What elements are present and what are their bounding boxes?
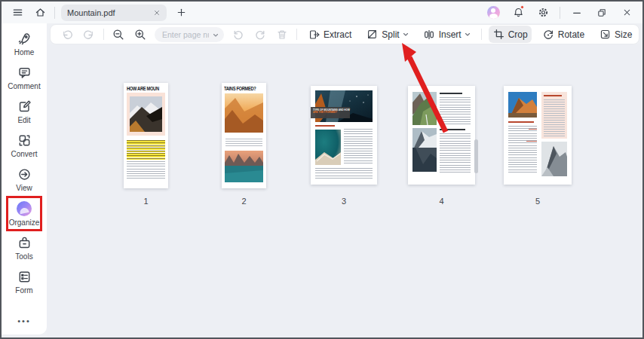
window-controls-divider (560, 7, 560, 19)
zoom-out-button[interactable] (111, 27, 126, 42)
page-1-preview: HOW ARE MOUN (124, 83, 168, 188)
hamburger-menu-button[interactable] (9, 5, 26, 21)
rotate-label: Rotate (558, 29, 584, 40)
sidebar-item-form[interactable]: Form (5, 265, 44, 298)
toolbar-divider (296, 29, 297, 40)
sidebar-item-label: Organize (9, 218, 40, 227)
notification-badge (520, 5, 524, 9)
sidebar-item-organize[interactable]: Organize (5, 197, 44, 231)
pdf-editor-app: Mountain.pdf Home Comment (2, 2, 642, 337)
settings-button[interactable] (535, 5, 551, 21)
sidebar: Home Comment Edit Convert View Organize … (2, 23, 47, 334)
sidebar-item-tools[interactable]: Tools (5, 231, 44, 264)
text-lines (127, 161, 165, 179)
page-3-preview: TYPE OF MOUNTAINS AND HOW ARE THEY FORME… (311, 86, 377, 185)
zoom-in-button[interactable] (133, 27, 148, 42)
crop-label: Crop (508, 29, 528, 40)
form-icon (17, 270, 32, 284)
page-thumbnail-5[interactable]: 5 (504, 86, 572, 206)
split-icon (366, 28, 379, 41)
page-number-label: 3 (311, 197, 377, 206)
toolbar-divider (103, 29, 104, 40)
account-avatar[interactable] (485, 5, 501, 21)
size-button[interactable]: Size (595, 26, 636, 43)
scrollbar-thumb[interactable] (474, 139, 478, 173)
rotate-right-button[interactable] (253, 27, 268, 42)
insert-button[interactable]: Insert (419, 26, 474, 43)
red-highlight-fragment (529, 129, 537, 130)
sidebar-item-edit[interactable]: Edit (5, 95, 44, 128)
organize-gradient-icon (17, 201, 32, 216)
page-number-field (155, 27, 224, 42)
tab-close-icon[interactable] (153, 9, 161, 17)
document-tab[interactable]: Mountain.pdf (61, 5, 167, 21)
toolbar: Extract Split Insert Crop Rotate Size ••… (50, 24, 639, 44)
redo-button[interactable] (81, 27, 97, 42)
undo-button[interactable] (60, 27, 75, 42)
page-thumbnail-3[interactable]: TYPE OF MOUNTAINS AND HOW ARE THEY FORME… (311, 86, 377, 206)
page-3-overlay-title: TYPE OF MOUNTAINS AND HOW ARE THEY FORME… (311, 107, 350, 118)
sidebar-more-button[interactable]: ••• (17, 316, 31, 325)
text-lines (344, 129, 373, 163)
comment-icon (17, 66, 32, 80)
split-button[interactable]: Split (362, 26, 412, 43)
extract-button[interactable]: Extract (304, 26, 355, 43)
insert-label: Insert (439, 29, 462, 40)
page-number-label: 4 (408, 197, 475, 206)
text-lines (508, 126, 537, 173)
page-5-preview (504, 86, 572, 185)
notifications-button[interactable] (510, 5, 526, 21)
page-2-heading: TAINS FORMED? (224, 86, 256, 91)
page-thumbnail-1[interactable]: HOW ARE MOUN 1 (124, 83, 168, 206)
snow-mountain-lake-photo (412, 128, 437, 172)
avatar (487, 6, 500, 19)
chevron-down-icon[interactable] (213, 32, 219, 38)
lake-mountain-photo (225, 151, 263, 182)
titlebar: Mountain.pdf (2, 2, 642, 23)
sidebar-item-label: Home (14, 48, 35, 56)
page-1-heading: HOW ARE MOUN (127, 86, 159, 91)
text-lines (440, 133, 471, 173)
chevron-down-icon (403, 32, 409, 38)
sidebar-item-home[interactable]: Home (5, 27, 44, 60)
sidebar-item-label: View (16, 184, 32, 192)
minimize-button[interactable] (569, 5, 585, 21)
page-number-label: 2 (222, 197, 266, 206)
split-label: Split (382, 29, 399, 40)
extract-icon (308, 28, 320, 41)
close-button[interactable] (618, 5, 635, 21)
text-lines (315, 168, 373, 179)
crop-button[interactable]: Crop (489, 26, 532, 43)
home-button[interactable] (32, 5, 48, 21)
size-icon (599, 28, 612, 41)
page-thumbnail-2[interactable]: TAINS FORMED? (222, 83, 266, 206)
maximize-button[interactable] (593, 5, 610, 21)
titlebar-divider (54, 7, 55, 19)
toolbar-divider (481, 29, 482, 40)
red-highlight-fragment (526, 141, 537, 142)
sidebar-item-view[interactable]: View (5, 163, 44, 196)
page-number-label: 1 (124, 197, 168, 206)
chevron-down-icon (465, 32, 471, 38)
toolbox-icon (17, 236, 32, 250)
page-organizer-canvas[interactable]: HOW ARE MOUN 1 TAINS FORMED? (47, 44, 642, 337)
page-thumbnail-4[interactable]: 4 (408, 86, 475, 206)
sidebar-item-label: Edit (17, 116, 30, 124)
sidebar-item-comment[interactable]: Comment (5, 61, 44, 94)
delete-page-button[interactable] (274, 27, 290, 42)
section-heading-bar (315, 125, 335, 127)
rocket-icon (17, 32, 32, 46)
text-lines (440, 97, 471, 124)
rotate-button[interactable]: Rotate (538, 26, 588, 43)
rotate-left-button[interactable] (231, 27, 246, 42)
size-label: Size (615, 29, 632, 40)
sidebar-item-convert[interactable]: Convert (5, 129, 44, 162)
text-lines (225, 139, 262, 147)
crop-icon (492, 28, 505, 41)
section-heading-bar (440, 93, 462, 94)
new-tab-button[interactable] (173, 5, 189, 21)
valley-photo (412, 92, 437, 125)
sidebar-item-label: Tools (15, 252, 32, 261)
convert-icon (17, 133, 32, 148)
rotate-icon (542, 28, 555, 41)
